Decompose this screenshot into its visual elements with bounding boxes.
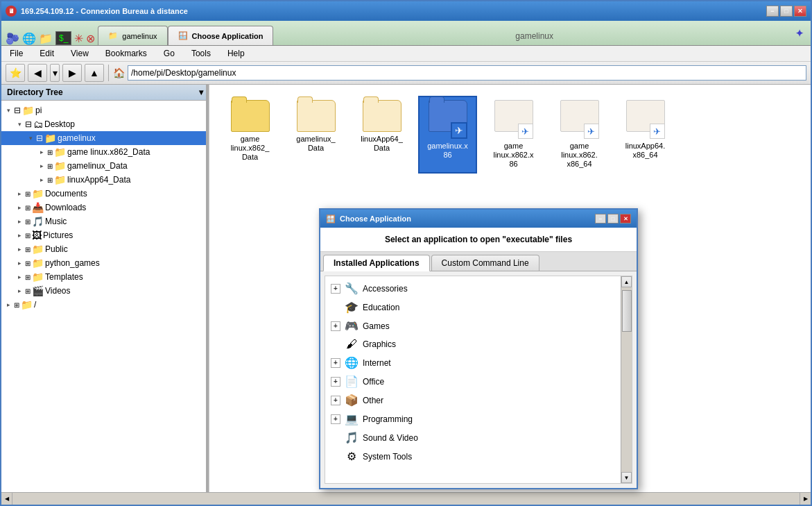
app-item-office[interactable]: + 📄 Office xyxy=(325,372,632,391)
tree-item-gamelinux-data[interactable]: ▸ ⊞ 📁 gamelinux_Data xyxy=(1,159,209,173)
tree-item-python-games[interactable]: ▸ ⊞ 📁 python_games xyxy=(1,256,209,270)
globe-icon[interactable]: 🌐 xyxy=(22,32,36,45)
expand-games[interactable]: + xyxy=(331,321,340,331)
address-folder-icon: 🏠 xyxy=(113,67,125,78)
window-title: 169.254.109.12 - Connexion Bureau à dist… xyxy=(21,7,762,15)
warning-icon[interactable]: ⊗ xyxy=(86,32,95,45)
expand-python-games[interactable]: ▸ xyxy=(15,259,24,267)
app-item-other[interactable]: + 📦 Other xyxy=(325,391,632,410)
file-icon-linuxapp64-data[interactable]: linuxApp64_ Data xyxy=(352,96,411,174)
dialog-maximize-btn[interactable]: □ xyxy=(607,214,619,224)
file-icon-game-data[interactable]: game linux.x862_ Data xyxy=(221,96,279,174)
app-item-internet[interactable]: + 🌐 Internet xyxy=(325,353,632,372)
file-icon-game-x86[interactable]: ✈ game linux.x862.x 86 xyxy=(484,96,543,174)
expand-music[interactable]: ▸ xyxy=(15,217,24,226)
up-button[interactable]: ▲ xyxy=(85,64,104,82)
expand-videos[interactable]: ▸ xyxy=(15,287,24,295)
close-button[interactable]: ✕ xyxy=(794,6,806,17)
tree-item-game-data[interactable]: ▸ ⊞ 📁 game linux.x862_Data xyxy=(1,145,209,159)
expand-root[interactable]: ▸ xyxy=(4,301,12,309)
menu-tools[interactable]: Tools xyxy=(189,47,214,60)
star-icon[interactable]: ✳ xyxy=(74,32,83,45)
menu-bookmarks[interactable]: Bookmarks xyxy=(103,47,150,60)
tree-item-linuxapp64[interactable]: ▸ ⊞ 📁 linuxApp64_Data xyxy=(1,173,209,187)
education-icon: 🎓 xyxy=(345,301,359,314)
menu-go[interactable]: Go xyxy=(161,47,178,60)
expand-pi[interactable]: ▾ xyxy=(4,106,12,115)
app-item-accessories[interactable]: + 🔧 Accessories xyxy=(325,279,632,298)
maximize-button[interactable]: □ xyxy=(780,6,793,17)
expand-gamelinux-data[interactable]: ▸ xyxy=(37,162,46,170)
file-icon-game-x86-64[interactable]: ✈ game linux.x862. x86_64 xyxy=(550,96,609,174)
dialog-minimize-btn[interactable]: − xyxy=(595,214,606,224)
menu-view[interactable]: View xyxy=(68,47,92,60)
bottom-scrollbar[interactable]: ◀ ▶ xyxy=(1,492,811,505)
app-item-graphics[interactable]: 🖌 Graphics xyxy=(325,335,632,353)
expand-linuxapp64[interactable]: ▸ xyxy=(37,176,46,184)
tree-item-music[interactable]: ▸ ⊞ 🎵 Music xyxy=(1,214,209,228)
expand-programming[interactable]: + xyxy=(331,414,340,424)
expand-office[interactable]: + xyxy=(331,377,340,387)
raspberry-pi-icon[interactable]: 🫐 xyxy=(6,32,19,45)
tree-item-desktop[interactable]: ▾ ⊟ 🗂 Desktop xyxy=(1,117,209,131)
tab-custom-command[interactable]: Custom Command Line xyxy=(431,255,539,271)
sidebar-collapse-icon[interactable]: ▾ xyxy=(199,87,203,97)
menu-help[interactable]: Help xyxy=(225,47,248,60)
address-input[interactable] xyxy=(128,65,806,81)
app-category-list: + 🔧 Accessories 🎓 Education + 🎮 Games xyxy=(325,276,632,469)
menu-edit[interactable]: Edit xyxy=(37,47,57,60)
tree-item-pictures[interactable]: ▸ ⊞ 🖼 Pictures xyxy=(1,228,209,242)
minimize-button[interactable]: − xyxy=(766,6,779,17)
tree-item-public[interactable]: ▸ ⊞ 📁 Public xyxy=(1,242,209,256)
tree-label-downloads: Downloads xyxy=(45,203,86,212)
expand-templates[interactable]: ▸ xyxy=(15,273,24,281)
back-button[interactable]: ◀ xyxy=(28,64,47,82)
tree-item-documents[interactable]: ▸ ⊞ 📁 Documents xyxy=(1,187,209,201)
back-dropdown-button[interactable]: ▾ xyxy=(50,64,60,82)
expand-downloads[interactable]: ▸ xyxy=(15,203,24,212)
expand-accessories[interactable]: + xyxy=(331,284,340,294)
tree-item-downloads[interactable]: ▸ ⊞ 📥 Downloads xyxy=(1,201,209,214)
app-item-system-tools[interactable]: ⚙ System Tools xyxy=(325,447,632,466)
graphics-label: Graphics xyxy=(363,339,396,349)
expand-pictures[interactable]: ▸ xyxy=(15,231,24,239)
hscroll-track[interactable] xyxy=(12,493,800,505)
expand-desktop[interactable]: ▾ xyxy=(15,120,24,128)
sidebar-resize-handle[interactable] xyxy=(206,85,209,492)
vscroll-up-btn[interactable]: ▲ xyxy=(621,276,632,287)
expand-internet[interactable]: + xyxy=(331,358,340,368)
tree-item-pi[interactable]: ▾ ⊟ 📁 pi xyxy=(1,103,209,117)
vscroll-down-btn[interactable]: ▼ xyxy=(621,472,632,483)
dialog-vscrollbar[interactable]: ▲ ▼ xyxy=(621,276,632,483)
bookmark-button[interactable]: ⭐ xyxy=(6,64,25,82)
tree-item-root[interactable]: ▸ ⊞ 📁 / xyxy=(1,298,209,312)
terminal-icon[interactable]: $_ xyxy=(55,31,71,45)
file-icon-gamelinux-x86[interactable]: ✈ gamelinux.x 86 xyxy=(418,96,477,174)
dialog-close-btn[interactable]: ✕ xyxy=(620,214,631,224)
app-item-programming[interactable]: + 💻 Programming xyxy=(325,410,632,428)
tree-item-gamelinux[interactable]: ▾ ⊟ 📁 gamelinux xyxy=(1,131,209,145)
tab-choose-application[interactable]: 🪟 Choose Application xyxy=(168,26,274,45)
hscroll-left-btn[interactable]: ◀ xyxy=(1,493,12,505)
vscroll-thumb[interactable] xyxy=(622,290,632,332)
file-icon-gamelinux-data[interactable]: gamelinux_ Data xyxy=(286,96,345,174)
expand-game-data[interactable]: ▸ xyxy=(37,148,46,156)
app-item-sound-video[interactable]: 🎵 Sound & Video xyxy=(325,428,632,447)
forward-button[interactable]: ▶ xyxy=(62,64,82,82)
expand-public[interactable]: ▸ xyxy=(15,245,24,253)
expand-documents[interactable]: ▸ xyxy=(15,189,24,198)
tab-gamelinux[interactable]: 📁 gamelinux xyxy=(98,26,167,45)
menu-file[interactable]: File xyxy=(7,47,26,60)
expand-other[interactable]: + xyxy=(331,396,340,405)
tree-item-videos[interactable]: ▸ ⊞ 🎬 Videos xyxy=(1,284,209,298)
tree-item-templates[interactable]: ▸ ⊞ 📁 Templates xyxy=(1,270,209,284)
file-icon-linuxapp64-x86-64[interactable]: ✈ linuxApp64. x86_64 xyxy=(616,96,675,174)
tree-label-pi: pi xyxy=(35,106,42,115)
app-item-games[interactable]: + 🎮 Games xyxy=(325,317,632,335)
expand-gamelinux[interactable]: ▾ xyxy=(26,134,35,142)
app-item-education[interactable]: 🎓 Education xyxy=(325,298,632,317)
vscroll-track[interactable] xyxy=(621,287,632,472)
tab-installed-applications[interactable]: Installed Applications xyxy=(323,255,430,271)
hscroll-right-btn[interactable]: ▶ xyxy=(800,493,811,505)
folder-icon[interactable]: 📁 xyxy=(39,32,53,45)
